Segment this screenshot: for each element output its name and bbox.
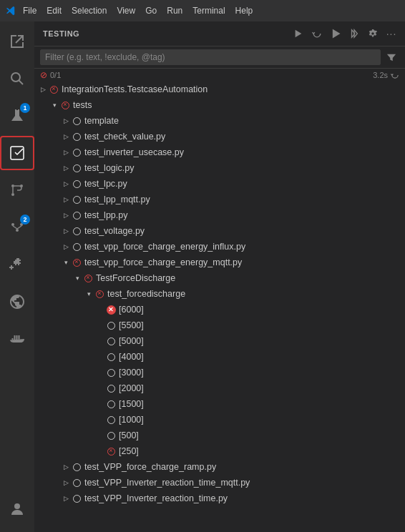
tree-chevron[interactable]: ▷ xyxy=(60,118,72,124)
activity-item-docker[interactable] xyxy=(0,322,34,356)
tree-item-label: test_vpp_force_charge_energy_influx.py xyxy=(84,242,245,252)
status-error-icon: ⊘ xyxy=(40,70,47,80)
test-explorer-panel: TESTING ··· xyxy=(34,21,405,532)
tree-status-icon xyxy=(72,463,82,471)
tree-chevron[interactable]: ▷ xyxy=(60,149,72,156)
tree-chevron[interactable]: ▾ xyxy=(72,275,83,282)
activity-item-git-graph[interactable]: 2 xyxy=(0,210,34,245)
tree-item-label: test_lpp.py xyxy=(84,211,127,220)
tree-chevron[interactable]: ▷ xyxy=(60,165,72,172)
tree-item[interactable]: ▷template xyxy=(34,113,405,129)
tree-item[interactable]: [3000] xyxy=(34,365,405,380)
tree-item[interactable]: ▷test_vpp_force_charge_energy_influx.py xyxy=(34,239,405,255)
tree-status-icon xyxy=(60,102,70,109)
tree-item[interactable]: ▾tests xyxy=(34,97,405,113)
tree-item-label: [500] xyxy=(119,431,139,440)
tree-chevron[interactable]: ▷ xyxy=(60,464,72,471)
tree-item[interactable]: [250] xyxy=(34,443,405,459)
tree-chevron[interactable]: ▷ xyxy=(60,244,72,250)
menu-file[interactable]: File xyxy=(23,6,36,16)
activity-item-source-control[interactable] xyxy=(0,173,34,207)
tree-item[interactable]: [2000] xyxy=(34,380,405,396)
tree-item-label: test_vpp_force_charge_energy_mqtt.py xyxy=(84,258,242,267)
tree-status-icon xyxy=(106,416,116,424)
menu-edit[interactable]: Edit xyxy=(47,6,62,16)
tree-item[interactable]: [5500] xyxy=(34,317,405,333)
tree-item[interactable]: ▷test_VPP_Inverter_reaction_time.py xyxy=(34,491,405,506)
tree-chevron[interactable]: ▷ xyxy=(37,87,49,93)
tree-item[interactable]: ▷test_VPP_force_charge_ramp.py xyxy=(34,459,405,475)
menu-terminal[interactable]: Terminal xyxy=(192,6,225,16)
tree-chevron[interactable]: ▷ xyxy=(60,228,72,235)
tree-item[interactable]: [1000] xyxy=(34,412,405,428)
tree-item[interactable]: ▷test_voltage.py xyxy=(34,223,405,239)
menu-run[interactable]: Run xyxy=(167,6,182,16)
tree-chevron[interactable]: ▷ xyxy=(60,134,72,140)
tree-chevron[interactable]: ▾ xyxy=(83,291,94,297)
tree-item[interactable]: ▷test_VPP_Inverter_reaction_time_mqtt.py xyxy=(34,475,405,491)
menu-view[interactable]: View xyxy=(117,6,135,16)
tree-chevron[interactable]: ▾ xyxy=(60,260,72,266)
tree-item[interactable]: ▷test_logic.py xyxy=(34,160,405,176)
filter-icon[interactable] xyxy=(384,49,399,65)
tree-status-icon xyxy=(106,432,116,440)
activity-item-extensions[interactable] xyxy=(0,247,34,282)
debug-button[interactable] xyxy=(346,26,362,41)
tree-item[interactable]: ▷test_lpp_mqtt.py xyxy=(34,192,405,207)
tree-chevron[interactable]: ▷ xyxy=(60,480,72,486)
tree-status-icon xyxy=(72,212,82,220)
tree-item-label: test_lpp_mqtt.py xyxy=(84,195,150,205)
filter-input[interactable] xyxy=(40,49,381,65)
tree-item[interactable]: [4000] xyxy=(34,349,405,365)
tree-chevron[interactable]: ▷ xyxy=(60,181,72,187)
settings-button[interactable] xyxy=(365,26,381,41)
menu-help[interactable]: Help xyxy=(235,6,253,16)
tree-item[interactable]: ▷test_inverter_usecase.py xyxy=(34,144,405,160)
menu-selection[interactable]: Selection xyxy=(72,6,107,16)
tree-status-icon xyxy=(49,86,59,94)
svg-point-6 xyxy=(11,223,14,226)
activity-item-flask[interactable]: 1 xyxy=(0,99,34,133)
filter-bar xyxy=(34,46,405,69)
more-button[interactable]: ··· xyxy=(384,26,399,41)
git-badge: 2 xyxy=(20,215,30,225)
tree-item-label: tests xyxy=(73,101,92,110)
tree-status-icon xyxy=(106,448,116,455)
tree-item-label: test_inverter_usecase.py xyxy=(84,148,184,157)
panel-actions: ··· xyxy=(291,26,399,41)
tree-item[interactable]: ▷test_check_value.py xyxy=(34,129,405,144)
status-result: 0/1 xyxy=(50,71,61,79)
tree-item[interactable]: ▾TestForceDischarge xyxy=(34,270,405,286)
svg-point-4 xyxy=(11,193,14,196)
tree-status-icon xyxy=(94,290,104,298)
activity-item-accounts[interactable] xyxy=(0,492,34,526)
tree-item[interactable]: ▾test_vpp_force_charge_energy_mqtt.py xyxy=(34,255,405,270)
tree-item[interactable]: ▷IntegrationTests.TestcaseAutomation xyxy=(34,82,405,97)
run-button[interactable] xyxy=(328,26,343,41)
refresh-button[interactable] xyxy=(309,26,325,41)
activity-item-search[interactable] xyxy=(0,61,34,96)
tree-item[interactable]: [5000] xyxy=(34,333,405,349)
tree-item[interactable]: [1500] xyxy=(34,396,405,412)
menu-go[interactable]: Go xyxy=(145,6,157,16)
tree-item[interactable]: ▾test_forcedischarge xyxy=(34,286,405,302)
tree-chevron[interactable]: ▷ xyxy=(60,496,72,502)
svg-marker-12 xyxy=(333,30,340,38)
tree-item[interactable]: ▷test_lpc.py xyxy=(34,176,405,192)
tree-item-label: IntegrationTests.TestcaseAutomation xyxy=(62,85,208,94)
tree-item[interactable]: ▷test_lpp.py xyxy=(34,207,405,223)
activity-item-explorer[interactable] xyxy=(0,24,34,59)
activity-item-remote[interactable] xyxy=(0,285,34,319)
tree-status-icon xyxy=(106,338,116,345)
vscode-icon xyxy=(6,6,16,16)
activity-item-testing[interactable] xyxy=(0,136,34,170)
run-all-button[interactable] xyxy=(291,26,306,41)
tree-status-icon xyxy=(72,243,82,251)
main-layout: 1 2 TESTI xyxy=(0,21,405,532)
tree-chevron[interactable]: ▷ xyxy=(60,212,72,219)
tree-chevron[interactable]: ▾ xyxy=(49,102,60,109)
tree-item[interactable]: [500] xyxy=(34,428,405,443)
tree-item[interactable]: ✕[6000] xyxy=(34,302,405,317)
test-tree[interactable]: ▷IntegrationTests.TestcaseAutomation▾tes… xyxy=(34,82,405,532)
tree-chevron[interactable]: ▷ xyxy=(60,197,72,203)
